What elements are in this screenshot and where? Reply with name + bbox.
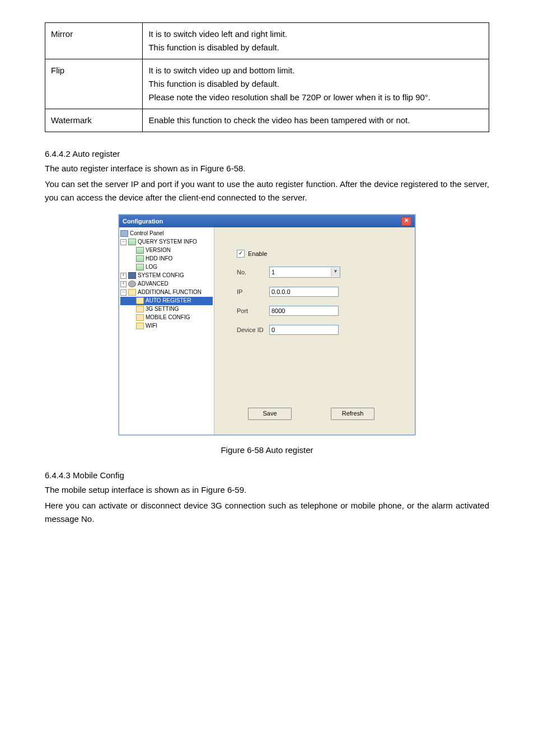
folder-icon xyxy=(136,323,144,329)
desc-line: Enable this function to check the video … xyxy=(148,115,410,125)
param-desc: Enable this function to check the video … xyxy=(143,109,489,132)
enable-label: Enable xyxy=(248,250,267,257)
table-row: Mirror It is to switch video left and ri… xyxy=(45,23,489,59)
ip-label: IP xyxy=(237,288,269,295)
chevron-down-icon: ▼ xyxy=(331,268,340,277)
desc-line: This function is disabled by default. xyxy=(148,79,279,88)
body-text: You can set the server IP and port if yo… xyxy=(45,178,489,204)
param-name: Watermark xyxy=(45,109,143,132)
table-row: Watermark Enable this function to check … xyxy=(45,109,489,132)
save-button[interactable]: Save xyxy=(248,408,292,420)
check-icon xyxy=(136,255,144,262)
tree-item-wifi[interactable]: WIFI xyxy=(120,322,213,330)
tree-item-version[interactable]: VERSION xyxy=(120,246,213,255)
tree-item-query-system-info[interactable]: − QUERY SYSTEM INFO xyxy=(120,238,213,246)
tree-item-hdd-info[interactable]: HDD INFO xyxy=(120,255,213,263)
expand-icon[interactable]: + xyxy=(120,273,127,279)
port-label: Port xyxy=(237,307,269,314)
param-name: Flip xyxy=(45,59,143,109)
enable-checkbox[interactable]: ✓ xyxy=(237,250,245,258)
device-id-row: Device ID 0 xyxy=(237,325,398,335)
expand-icon[interactable]: + xyxy=(120,281,127,287)
panel-icon xyxy=(120,230,128,237)
window-title: Configuration xyxy=(123,218,163,225)
device-id-label: Device ID xyxy=(237,326,269,333)
desc-line: This function is disabled by default. xyxy=(148,43,279,52)
form-panel: ✓ Enable No. 1 ▼ IP 0.0.0.0 Port 8000 De… xyxy=(214,227,415,435)
tree-item-log[interactable]: LOG xyxy=(120,263,213,272)
body-text: The mobile setup interface is shown as i… xyxy=(45,483,489,497)
tree-item-3g-setting[interactable]: 3G SETTING xyxy=(120,305,213,314)
tree-item-system-config[interactable]: + SYSTEM CONFIG xyxy=(120,272,213,280)
folder-icon xyxy=(136,314,144,321)
table-row: Flip It is to switch video up and bottom… xyxy=(45,59,489,109)
port-row: Port 8000 xyxy=(237,306,398,316)
no-label: No. xyxy=(237,269,269,276)
check-icon xyxy=(136,247,144,254)
section-heading-auto-register: 6.4.4.2 Auto register xyxy=(45,149,489,158)
folder-icon xyxy=(128,289,136,296)
enable-row: ✓ Enable xyxy=(237,250,398,258)
tree-item-advanced[interactable]: + ADVANCED xyxy=(120,280,213,288)
figure-caption: Figure 6-58 Auto register xyxy=(45,445,489,455)
check-icon xyxy=(128,239,136,245)
nav-tree: Control Panel − QUERY SYSTEM INFO VERSIO… xyxy=(119,227,214,435)
config-icon xyxy=(128,272,136,279)
device-id-input[interactable]: 0 xyxy=(269,325,339,335)
folder-icon xyxy=(136,306,144,312)
body-text: Here you can activate or disconnect devi… xyxy=(45,499,489,526)
parameters-table: Mirror It is to switch video left and ri… xyxy=(45,22,489,132)
gear-icon xyxy=(128,281,136,287)
ip-row: IP 0.0.0.0 xyxy=(237,287,398,297)
configuration-window: Configuration ✕ Control Panel − QUERY SY… xyxy=(119,214,415,435)
tree-item-mobile-config[interactable]: MOBILE CONFIG xyxy=(120,314,213,322)
desc-line: It is to switch video up and bottom limi… xyxy=(148,66,294,75)
section-heading-mobile-config: 6.4.4.3 Mobile Config xyxy=(45,470,489,480)
port-input[interactable]: 8000 xyxy=(269,306,339,316)
desc-line: Please note the video resolution shall b… xyxy=(148,92,430,102)
tree-item-control-panel[interactable]: Control Panel xyxy=(120,230,213,238)
no-value: 1 xyxy=(271,269,275,276)
param-desc: It is to switch video left and right lim… xyxy=(143,23,489,59)
refresh-button[interactable]: Refresh xyxy=(331,408,374,420)
close-icon[interactable]: ✕ xyxy=(401,217,411,226)
collapse-icon[interactable]: − xyxy=(120,239,127,245)
collapse-icon[interactable]: − xyxy=(120,290,127,296)
tree-item-additional-function[interactable]: − ADDITIONAL FUNCTION xyxy=(120,288,213,297)
no-select[interactable]: 1 ▼ xyxy=(269,267,340,278)
param-name: Mirror xyxy=(45,23,143,59)
no-row: No. 1 ▼ xyxy=(237,267,398,278)
desc-line: It is to switch video left and right lim… xyxy=(148,29,287,39)
ip-input[interactable]: 0.0.0.0 xyxy=(269,287,339,297)
folder-open-icon xyxy=(136,297,144,304)
check-icon xyxy=(136,264,144,270)
window-titlebar: Configuration ✕ xyxy=(119,215,415,227)
tree-item-auto-register[interactable]: AUTO REGISTER xyxy=(120,297,213,305)
body-text: The auto register interface is shown as … xyxy=(45,162,489,175)
param-desc: It is to switch video up and bottom limi… xyxy=(143,59,489,109)
